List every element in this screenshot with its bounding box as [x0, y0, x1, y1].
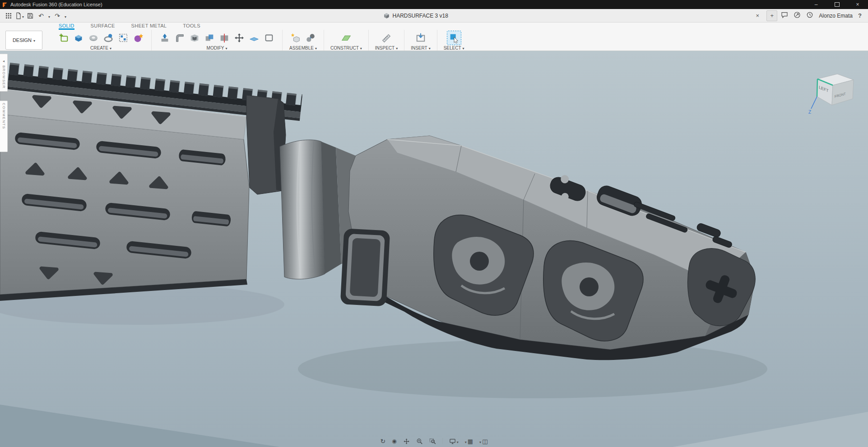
application-bar: HARDSURFACE 3 v18 Alonzo Emata ?	[0, 9, 868, 23]
notifications-clock-icon[interactable]	[806, 11, 813, 20]
group-label: SELECT	[444, 46, 461, 51]
tab-solid[interactable]: SOLID	[59, 23, 74, 30]
chevron-down-icon	[463, 46, 464, 51]
form-icon[interactable]	[131, 31, 145, 45]
look-at-icon[interactable]	[392, 438, 396, 444]
viewport-canvas[interactable]	[0, 51, 868, 447]
browser-panel-label: BROWSER	[2, 65, 6, 89]
barrel-nut	[280, 140, 325, 279]
chevron-down-icon	[225, 46, 227, 51]
extrude-icon[interactable]	[72, 31, 85, 45]
pan-icon[interactable]	[403, 438, 410, 445]
document-cube-icon	[383, 13, 390, 19]
tab-surface[interactable]: SURFACE	[91, 23, 115, 30]
fillet-icon[interactable]	[173, 31, 186, 45]
joint-icon[interactable]	[304, 31, 317, 45]
browser-panel-tab[interactable]: BROWSER	[0, 54, 8, 92]
inspect-menu[interactable]: INSPECT	[375, 45, 398, 51]
display-settings-icon[interactable]	[449, 438, 459, 445]
move-copy-icon[interactable]	[232, 31, 246, 45]
revolve-icon[interactable]	[87, 31, 100, 45]
chevron-down-icon	[22, 12, 24, 19]
select-menu[interactable]: SELECT	[444, 45, 464, 51]
close-document-icon[interactable]	[753, 11, 762, 20]
group-label: INSERT	[411, 46, 427, 51]
tab-sheet-metal[interactable]: SHEET METAL	[131, 23, 167, 30]
undo-icon[interactable]	[36, 10, 46, 21]
fusion-logo	[2, 2, 8, 8]
press-pull-icon[interactable]	[158, 31, 172, 45]
toolbar-group-insert: INSERT	[404, 30, 437, 51]
chevron-down-icon	[429, 46, 431, 51]
extensions-icon[interactable]	[794, 11, 801, 20]
group-label: ASSEMBLE	[289, 46, 314, 51]
toolbar-group-assemble: ASSEMBLE	[283, 30, 324, 51]
tab-tools[interactable]: TOOLS	[183, 23, 200, 30]
insert-menu[interactable]: INSERT	[411, 45, 431, 51]
sweep-icon[interactable]	[102, 31, 115, 45]
minimize-button-icon[interactable]	[806, 0, 826, 9]
group-label: CONSTRUCT	[330, 46, 359, 51]
chevron-down-icon	[396, 46, 398, 51]
toolbar: DESIGN CREATE MODIFY	[0, 30, 868, 51]
toolbar-group-construct: CONSTRUCT	[324, 30, 369, 51]
document-tab-label: HARDSURFACE 3 v18	[392, 13, 448, 19]
group-label: CREATE	[90, 46, 108, 51]
measure-icon[interactable]	[380, 31, 393, 45]
offset-face-icon[interactable]	[262, 31, 276, 45]
viewport: BROWSER COMMENTS LEFT FRONT Z	[0, 51, 868, 447]
shell-icon[interactable]	[188, 31, 201, 45]
window-title: Autodesk Fusion 360 (Education License)	[10, 2, 102, 7]
zoom-icon[interactable]	[416, 438, 423, 445]
collapse-arrow-icon	[3, 56, 5, 64]
toolbar-group-inspect: INSPECT	[369, 30, 404, 51]
close-window-icon[interactable]	[847, 0, 868, 9]
chevron-down-icon	[465, 438, 467, 445]
app-grid-icon[interactable]	[4, 10, 14, 21]
viewcube-z-axis-label: Z	[808, 110, 811, 115]
new-component-icon[interactable]	[289, 31, 302, 45]
assemble-menu[interactable]: ASSEMBLE	[289, 45, 317, 51]
orbit-icon[interactable]	[381, 438, 386, 445]
save-icon[interactable]	[25, 10, 35, 21]
construct-plane-icon[interactable]	[339, 31, 353, 45]
user-account-menu[interactable]: Alonzo Emata	[819, 13, 853, 19]
redo-icon[interactable]	[52, 10, 62, 21]
chevron-down-icon	[110, 46, 111, 51]
select-icon[interactable]	[447, 31, 461, 45]
workspace-selector[interactable]: DESIGN	[5, 31, 42, 50]
comments-panel-label: COMMENTS	[2, 103, 6, 129]
comments-panel-tab[interactable]: COMMENTS	[0, 101, 8, 152]
chevron-down-icon	[479, 438, 481, 445]
create-menu[interactable]: CREATE	[90, 45, 111, 51]
fit-icon[interactable]	[429, 438, 436, 445]
create-sketch-icon[interactable]	[57, 31, 70, 45]
redo-history-icon[interactable]	[63, 10, 68, 21]
pattern-icon[interactable]	[116, 31, 130, 45]
window-controls	[806, 0, 868, 9]
grid-snaps-icon[interactable]	[465, 438, 473, 445]
group-label: MODIFY	[207, 46, 224, 51]
chevron-down-icon	[33, 37, 35, 43]
align-icon[interactable]	[247, 31, 261, 45]
undo-history-icon[interactable]	[47, 10, 51, 21]
title-bar: Autodesk Fusion 360 (Education License)	[0, 0, 868, 9]
split-body-icon[interactable]	[218, 31, 231, 45]
combine-icon[interactable]	[203, 31, 216, 45]
toolbar-group-select: SELECT	[437, 30, 471, 51]
modify-menu[interactable]: MODIFY	[207, 45, 227, 51]
front-window-cutout	[340, 228, 390, 306]
construct-menu[interactable]: CONSTRUCT	[330, 45, 362, 51]
file-menu-icon[interactable]	[14, 10, 24, 21]
job-status-icon[interactable]	[781, 11, 788, 20]
chevron-down-icon	[457, 438, 459, 445]
insert-canvas-icon[interactable]	[414, 31, 427, 45]
viewcube[interactable]: LEFT FRONT Z	[806, 64, 864, 119]
new-document-icon[interactable]	[766, 10, 777, 21]
maximize-button-icon[interactable]	[826, 0, 847, 9]
viewports-icon[interactable]	[479, 438, 487, 445]
help-icon[interactable]: ?	[858, 12, 862, 19]
document-tab[interactable]: HARDSURFACE 3 v18	[69, 9, 763, 22]
group-label: INSPECT	[375, 46, 395, 51]
workspace-label: DESIGN	[13, 37, 32, 43]
